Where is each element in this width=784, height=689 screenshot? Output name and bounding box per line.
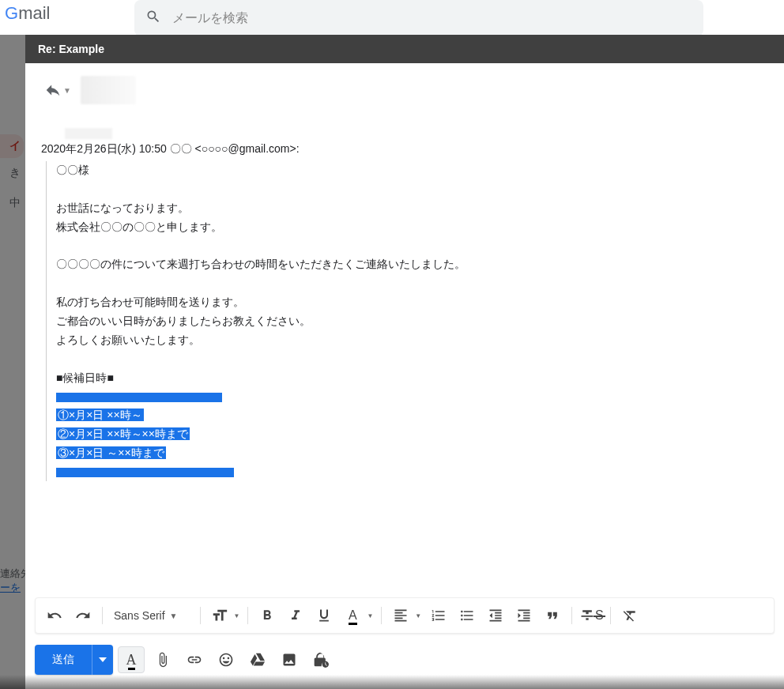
chevron-down-icon: ▼ <box>367 612 373 619</box>
font-select[interactable]: Sans Serif▼ <box>109 609 194 622</box>
text-color-button[interactable]: A <box>340 603 365 628</box>
send-options-button[interactable] <box>92 645 113 675</box>
chevron-down-icon: ▼ <box>234 612 240 619</box>
italic-button[interactable] <box>283 603 308 628</box>
blurred-text <box>65 128 112 139</box>
indent-more-button[interactable] <box>511 603 537 628</box>
quoted-header: 2020年2月26日(水) 10:50 〇〇 <○○○○@gmail.com>: <box>41 142 768 156</box>
highlighted-line <box>56 393 222 402</box>
strikethrough-button[interactable]: S <box>579 603 604 628</box>
indent-less-button[interactable] <box>483 603 508 628</box>
compose-body[interactable]: ▼ 2020年2月26日(水) 10:50 〇〇 <○○○○@gmail.com… <box>25 63 784 597</box>
quoted-body[interactable]: 〇〇様 お世話になっております。 株式会社〇〇の〇〇と申します。 〇〇〇〇の件に… <box>46 161 768 481</box>
compose-title[interactable]: Re: Example <box>25 35 784 63</box>
reply-type-button[interactable]: ▼ <box>41 78 74 102</box>
highlighted-text: ①×月×日 ××時～ <box>56 409 144 421</box>
font-size-button[interactable] <box>207 603 232 628</box>
insert-emoji-button[interactable] <box>213 646 239 673</box>
align-button[interactable] <box>388 603 413 628</box>
insert-link-button[interactable] <box>181 646 208 673</box>
insert-drive-button[interactable] <box>244 646 271 673</box>
chevron-down-icon: ▼ <box>415 612 421 619</box>
recipient-chip[interactable] <box>81 76 136 104</box>
chevron-down-icon: ▼ <box>170 612 178 620</box>
search-icon <box>145 9 161 28</box>
chevron-down-icon: ▼ <box>63 86 71 95</box>
confidential-mode-button[interactable] <box>307 646 334 673</box>
search-placeholder: メールを検索 <box>172 10 248 27</box>
undo-button[interactable] <box>42 603 67 628</box>
highlighted-text: ②×月×日 ××時～××時まで <box>56 427 190 440</box>
send-button[interactable]: 送信 <box>35 645 92 675</box>
bulleted-list-button[interactable] <box>454 603 480 628</box>
send-button-group: 送信 <box>35 645 113 675</box>
numbered-list-button[interactable] <box>426 603 451 628</box>
formatting-toggle-button[interactable]: A <box>118 646 145 673</box>
remove-formatting-button[interactable] <box>617 603 643 628</box>
attach-file-button[interactable] <box>149 646 176 673</box>
search-bar[interactable]: メールを検索 <box>134 0 703 36</box>
redo-button[interactable] <box>70 603 96 628</box>
underline-button[interactable] <box>311 603 337 628</box>
highlighted-text: ③×月×日 ～××時まで <box>56 446 166 459</box>
gmail-logo: GGmailmail <box>0 3 50 24</box>
send-toolbar: 送信 A <box>25 634 784 689</box>
quote-button[interactable] <box>540 603 565 628</box>
bold-button[interactable] <box>254 603 280 628</box>
compose-window: Re: Example ▼ 2020年2月26日(水) 10:50 〇〇 <○○… <box>25 35 784 689</box>
highlighted-line <box>56 468 234 477</box>
formatting-toolbar: Sans Serif▼ ▼ A ▼ ▼ S <box>35 597 775 634</box>
insert-photo-button[interactable] <box>276 646 303 673</box>
